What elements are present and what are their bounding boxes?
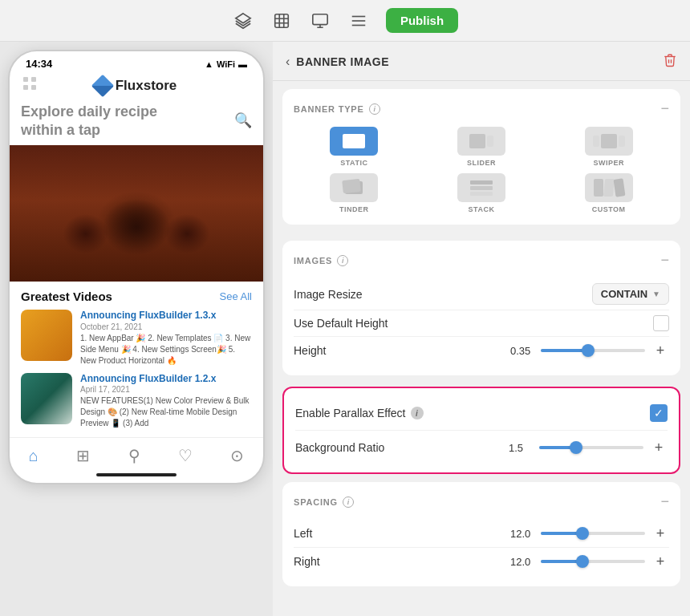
slider-thumb (457, 127, 505, 156)
bg-ratio-slider-row: 1.5 + (509, 439, 668, 456)
see-all-link[interactable]: See All (220, 290, 252, 302)
phone-headline: Explore daily recipe within a tap 🔍 (10, 99, 263, 145)
video-thumbnail-2 (21, 373, 72, 424)
delete-button[interactable] (663, 53, 677, 71)
signal-icon: ▲ (205, 59, 213, 69)
logo-diamond (91, 74, 114, 96)
svg-rect-6 (23, 77, 28, 82)
bg-ratio-slider-track[interactable] (539, 446, 643, 449)
video-list: Announcing FluxBuilder 1.3.x October 21,… (21, 310, 252, 429)
home-indicator (10, 470, 263, 483)
banner-type-static[interactable]: STATIC (294, 127, 415, 167)
height-slider-thumb[interactable] (582, 344, 595, 357)
enable-parallax-row: Enable Parallax Effect i ✓ (295, 399, 668, 431)
list-item: Announcing FluxBuilder 1.2.x April 17, 2… (21, 373, 252, 430)
right-slider-thumb[interactable] (576, 555, 589, 568)
left-slider-thumb[interactable] (576, 527, 589, 540)
left-plus-button[interactable]: + (651, 525, 669, 542)
image-resize-right: CONTAIN ▼ (592, 283, 669, 305)
left-slider-row: 12.0 + (510, 525, 669, 542)
grid-icon[interactable] (22, 76, 37, 95)
battery-icon: ▬ (238, 59, 247, 69)
phone-banner-image (10, 145, 263, 282)
publish-button[interactable]: Publish (386, 8, 458, 33)
right-plus-button[interactable]: + (651, 553, 669, 570)
menu-icon[interactable] (347, 10, 370, 32)
panel-header: ‹ BANNER IMAGE (273, 42, 690, 81)
banner-type-grid: STATIC SLIDER SWI (294, 127, 669, 213)
phone-bottom-nav: ⌂ ⊞ ⚲ ♡ ⊙ (10, 437, 263, 470)
back-button[interactable]: ‹ (286, 55, 290, 69)
video-title-1: Announcing FluxBuilder 1.3.x (80, 310, 252, 322)
monitor-icon[interactable] (309, 10, 331, 32)
right-slider-track[interactable] (541, 560, 645, 563)
use-default-height-label: Use Default Height (294, 317, 388, 330)
layers-icon[interactable] (232, 10, 254, 32)
frame-icon[interactable] (270, 10, 293, 32)
spacing-collapse[interactable]: − (660, 493, 669, 510)
images-info-icon[interactable]: i (337, 255, 348, 266)
status-time: 14:34 (26, 58, 52, 70)
tinder-label: TINDER (339, 205, 369, 213)
image-resize-dropdown[interactable]: CONTAIN ▼ (592, 283, 669, 305)
banner-type-section: BANNER TYPE i − STATIC (282, 89, 680, 225)
profile-nav-icon[interactable]: ⊙ (230, 446, 244, 465)
images-header: IMAGES i − (294, 252, 669, 269)
banner-type-tinder[interactable]: TINDER (294, 173, 415, 213)
heart-nav-icon[interactable]: ♡ (178, 446, 193, 465)
image-resize-row: Image Resize CONTAIN ▼ (294, 278, 669, 310)
swiper-thumb (585, 127, 633, 156)
home-nav-icon[interactable]: ⌂ (29, 447, 39, 465)
status-icons: ▲ WiFi ▬ (205, 59, 247, 69)
parallax-info-icon[interactable]: i (411, 407, 424, 419)
height-slider-track[interactable] (541, 349, 645, 352)
phone-frame: 14:34 ▲ WiFi ▬ (8, 50, 265, 484)
panel-header-left: ‹ BANNER IMAGE (286, 55, 389, 69)
spacing-info-icon[interactable]: i (343, 496, 354, 508)
images-collapse[interactable]: − (660, 252, 669, 269)
image-resize-value: CONTAIN (601, 288, 647, 300)
video-thumbnail-1 (21, 310, 72, 361)
stack-label: STACK (469, 205, 495, 213)
cupcake-image (10, 145, 263, 282)
right-spacing-label: Right (294, 555, 320, 568)
search-nav-icon[interactable]: ⚲ (128, 446, 140, 465)
banner-type-label: BANNER TYPE (294, 104, 364, 114)
banner-type-slider[interactable]: SLIDER (421, 127, 542, 167)
static-thumb (330, 127, 378, 156)
left-spacing-value: 12.0 (510, 528, 534, 540)
banner-type-custom[interactable]: CUSTOM (548, 173, 669, 213)
stack-thumb (457, 173, 505, 202)
left-slider-track[interactable] (541, 532, 645, 535)
svg-rect-7 (31, 77, 36, 82)
list-item: Announcing FluxBuilder 1.3.x October 21,… (21, 310, 252, 367)
video-info-1: Announcing FluxBuilder 1.3.x October 21,… (80, 310, 252, 367)
enable-parallax-label: Enable Parallax Effect i (295, 407, 424, 419)
height-plus-button[interactable]: + (651, 342, 669, 359)
use-default-height-right (653, 315, 669, 331)
static-label: STATIC (340, 159, 367, 167)
wifi-icon: WiFi (217, 59, 235, 69)
video-date-1: October 21, 2021 (80, 322, 252, 331)
banner-type-stack[interactable]: STACK (421, 173, 542, 213)
images-section-label: IMAGES (294, 256, 332, 265)
bg-ratio-slider-thumb[interactable] (570, 441, 582, 454)
banner-type-swiper[interactable]: SWIPER (548, 127, 669, 167)
banner-type-collapse[interactable]: − (660, 100, 669, 117)
right-spacing-value: 12.0 (510, 556, 534, 568)
use-default-height-checkbox[interactable] (653, 315, 669, 331)
toolbar: Publish (0, 0, 690, 42)
use-default-height-row: Use Default Height (294, 310, 669, 337)
parallax-checkbox[interactable]: ✓ (650, 404, 668, 422)
image-resize-label: Image Resize (294, 288, 363, 301)
headline-text: Explore daily recipe within a tap (21, 103, 197, 139)
app-logo: Fluxstore (95, 78, 177, 94)
spacing-header: SPACING i − (294, 493, 669, 510)
columns-nav-icon[interactable]: ⊞ (76, 446, 90, 465)
bg-ratio-plus-button[interactable]: + (650, 439, 668, 456)
svg-rect-1 (275, 14, 289, 27)
section-title: Greatest Videos (21, 290, 112, 303)
app-name: Fluxstore (116, 78, 177, 94)
banner-type-info-icon[interactable]: i (369, 103, 380, 115)
search-icon[interactable]: 🔍 (234, 111, 252, 130)
